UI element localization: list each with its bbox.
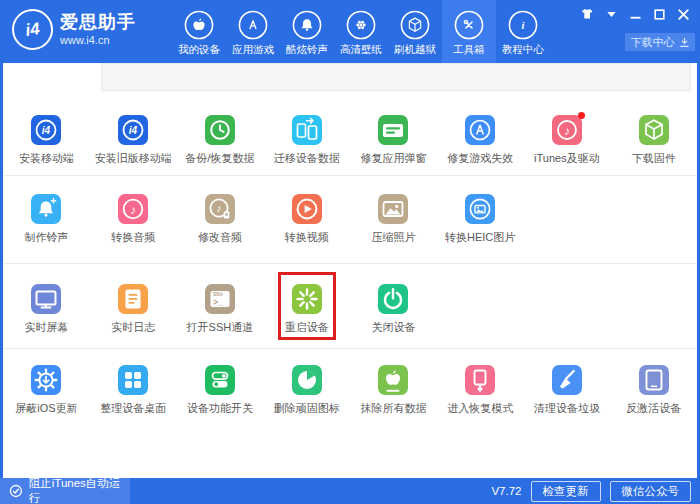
tool-clean-device-junk[interactable]: 清理设备垃圾 [524,365,611,415]
tool-delete-stub-icons[interactable]: 删除顽固图标 [263,365,350,415]
version-label: V7.72 [491,485,521,497]
tool-label: 制作铃声 [24,230,68,244]
power-icon [378,284,408,314]
nav-item-flash-jailbreak[interactable]: 刷机越狱 [388,0,442,63]
tool-convert-video[interactable]: 转换视频 [263,194,350,244]
nav-item-hd-wallpapers[interactable]: 高清壁纸 [334,0,388,63]
tool-install-old-mobile[interactable]: i4安装旧版移动端 [90,115,177,165]
svg-text:i: i [522,20,525,31]
tool-label: 转换HEIC图片 [445,230,515,244]
wechat-account-button[interactable]: 微信公众号 [610,481,692,502]
tool-device-switches[interactable]: 设备功能开关 [177,365,264,415]
tool-label: 反激活设备 [626,401,681,415]
tool-open-ssh[interactable]: SSH>_打开SSH通道 [177,284,264,334]
maximize-button[interactable] [653,8,666,20]
tool-label: 迁移设备数据 [274,151,340,165]
bell-icon [291,9,323,41]
tool-erase-all-data[interactable]: 抹除所有数据 [350,365,437,415]
tool-fix-game-invalid[interactable]: 修复游戏失效 [437,115,524,165]
tool-organize-desktop[interactable]: 整理设备桌面 [90,365,177,415]
nav-item-label: 应用游戏 [232,43,274,57]
restart-rays-icon [292,284,322,314]
tool-fix-app-popup[interactable]: 修复应用弹窗 [350,115,437,165]
tool-label: 重启设备 [285,320,329,334]
tool-enter-recovery[interactable]: 进入恢复模式 [437,365,524,415]
top-banner-panel [101,63,691,91]
tool-edit-audio[interactable]: ♪修改音频 [177,194,264,244]
tool-label: iTunes及驱动 [534,151,600,165]
tool-convert-heic[interactable]: 转换HEIC图片 [437,194,524,244]
apple-erase-icon [378,365,408,395]
tool-live-log[interactable]: 实时日志 [90,284,177,334]
download-center-label: 下载中心 [631,35,675,50]
tool-itunes-driver[interactable]: ♪iTunes及驱动 [524,115,611,165]
close-icon [677,8,690,20]
tool-label: 关闭设备 [371,320,415,334]
tool-shutdown-device[interactable]: 关闭设备 [350,284,437,334]
nav-item-my-devices[interactable]: 我的设备 [172,0,226,63]
svg-text:SSH: SSH [213,292,223,297]
svg-text:♪: ♪ [216,202,222,214]
i4-logo-icon: i4 [118,115,148,145]
pie-clock-icon [292,365,322,395]
tool-label: 抹除所有数据 [360,401,426,415]
nav-item-app-games[interactable]: 应用游戏 [226,0,280,63]
maximize-icon [653,8,666,20]
tool-convert-audio[interactable]: ♪转换音频 [90,194,177,244]
audio-note-icon: ♪ [118,194,148,224]
tool-backup-restore[interactable]: 备份/恢复数据 [177,115,264,165]
tool-live-screen[interactable]: 实时屏幕 [3,284,90,334]
minimize-button[interactable] [629,8,642,20]
top-bar: i4 爱思助手 www.i4.cn 我的设备应用游戏酷炫铃声高清壁纸刷机越狱工具… [0,0,700,63]
tool-make-ringtone[interactable]: 制作铃声 [3,194,90,244]
tool-install-mobile[interactable]: i4安装移动端 [3,115,90,165]
minimize-icon [629,8,642,20]
appstore-a-icon [237,9,269,41]
nav-item-label: 酷炫铃声 [286,43,328,57]
tool-migrate-device-data[interactable]: 迁移设备数据 [263,115,350,165]
download-center-button[interactable]: 下载中心 [625,33,695,51]
ringtone-bell-icon [31,194,61,224]
tool-label: 清理设备垃圾 [534,401,600,415]
tools-cross-icon [453,9,485,41]
toolbox-page: i4安装移动端i4安装旧版移动端备份/恢复数据迁移设备数据修复应用弹窗修复游戏失… [3,63,697,478]
menu-button[interactable] [605,8,618,20]
tool-label: 整理设备桌面 [100,401,166,415]
theme-button[interactable] [581,8,594,20]
svg-text:♪: ♪ [564,124,570,138]
tool-label: 下载固件 [632,151,676,165]
function-toggles-icon [205,365,235,395]
app-window: { "window": { "title": "爱思助手", "url": "w… [0,0,700,504]
itunes-music-icon: ♪ [552,115,582,145]
svg-text:i4: i4 [129,125,138,136]
tools-row-3: 实时屏幕实时日志SSH>_打开SSH通道重启设备关闭设备 [3,264,697,349]
app-store-icon [465,115,495,145]
photo-icon [378,194,408,224]
check-circle-icon [9,484,23,498]
recovery-phone-icon [465,365,495,395]
tools-row-2: 制作铃声♪转换音频♪修改音频转换视频压缩照片转换HEIC图片 [3,176,697,264]
nav-item-cool-ringtones[interactable]: 酷炫铃声 [280,0,334,63]
tool-compress-photo[interactable]: 压缩照片 [350,194,437,244]
tool-download-firmware[interactable]: 下载固件 [610,115,697,165]
tablet-device-icon [639,365,669,395]
nav-item-toolbox[interactable]: 工具箱 [442,0,496,63]
monitor-icon [31,284,61,314]
i4-logo-icon: i4 [9,6,55,52]
ssh-terminal-icon: SSH>_ [205,284,235,314]
tool-label: 实时屏幕 [24,320,68,334]
check-update-button[interactable]: 检查更新 [531,481,601,502]
tool-deactivate-device[interactable]: 反激活设备 [610,365,697,415]
nav-item-tutorial-center[interactable]: i教程中心 [496,0,550,63]
svg-text:i4: i4 [42,125,51,136]
tool-label: 压缩照片 [371,230,415,244]
tool-label: 转换视频 [285,230,329,244]
tool-label: 安装移动端 [19,151,74,165]
notification-dot [578,112,585,119]
apple-id-card-icon [378,115,408,145]
tool-block-ios-update[interactable]: 屏蔽iOS更新 [3,365,90,415]
tool-restart-device[interactable]: 重启设备 [263,284,350,334]
close-button[interactable] [677,8,690,20]
download-icon [679,37,690,48]
block-itunes-toggle[interactable]: 阻止iTunes自动运行 [0,478,130,504]
